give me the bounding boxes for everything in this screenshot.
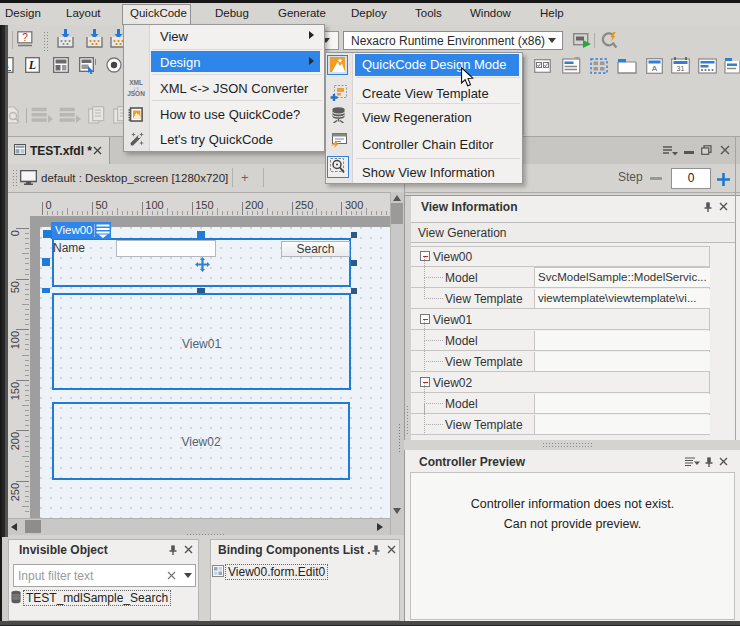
- svg-text:A: A: [652, 64, 658, 73]
- svg-text:31: 31: [677, 65, 685, 72]
- svg-text:L: L: [28, 58, 36, 72]
- svg-text:?: ?: [22, 32, 28, 43]
